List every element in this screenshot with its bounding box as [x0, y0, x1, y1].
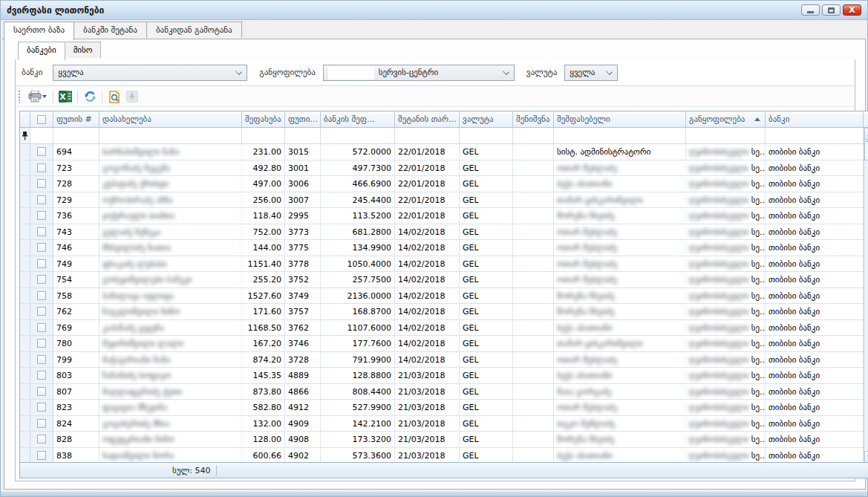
column-header-bank-valuation[interactable]: ბანკის შეფ...: [321, 111, 395, 127]
table-row[interactable]: 694 ბარნაბიშვილი ნანა 231.00 3015 572.00…: [20, 144, 868, 160]
filter-cell[interactable]: [321, 128, 395, 143]
table-row[interactable]: 769 კაპანაძე ჟუჟუნა 1168.50 3762 1107.60…: [20, 320, 868, 337]
cell-name: ბაჩილავა ივლიტა: [99, 288, 242, 304]
currency-filter-combo[interactable]: ყველა: [564, 65, 618, 81]
column-header-department[interactable]: განყოფილება: [686, 111, 766, 127]
filter-cell[interactable]: [99, 128, 242, 143]
table-row[interactable]: 803 ჩაჩანიძე სოფიკო 145.35 4889 128.8800…: [20, 368, 868, 384]
column-header-date[interactable]: შეტანის თარ...: [395, 111, 460, 127]
toolbar-grip[interactable]: [18, 90, 22, 103]
table-row[interactable]: 758 ბაჩილავა ივლიტა 1527.60 3749 2136.00…: [20, 288, 868, 305]
row-checkbox[interactable]: [30, 160, 53, 176]
table-row[interactable]: 799 მაჭავარიანი ნანა 874.20 3728 791.990…: [20, 352, 868, 368]
filter-cell[interactable]: [686, 128, 766, 143]
filter-cell[interactable]: [285, 128, 321, 143]
column-header-valuation[interactable]: შეფასება: [242, 111, 285, 127]
subtab-banks[interactable]: ბანკები: [18, 42, 65, 60]
row-checkbox[interactable]: [30, 352, 53, 368]
header-label: დასახელება: [102, 114, 151, 127]
select-all-checkbox[interactable]: [30, 111, 53, 127]
download-button[interactable]: [123, 88, 141, 105]
row-checkbox[interactable]: [30, 144, 53, 160]
column-header-currency[interactable]: ვალუტა: [460, 111, 513, 127]
minimize-button[interactable]: [801, 4, 820, 16]
table-row[interactable]: 807 მაღლაფერიძე ქეთი 873.80 4866 808.440…: [20, 384, 868, 400]
close-button[interactable]: X: [843, 4, 861, 16]
row-checkbox[interactable]: [30, 320, 53, 336]
print-dropdown-caret: [42, 95, 47, 98]
column-header-name[interactable]: დასახელება: [99, 111, 242, 127]
vertical-scrollbar[interactable]: [864, 128, 868, 464]
header-label: შეფასება: [245, 114, 281, 127]
filter-cell[interactable]: [53, 128, 99, 143]
department-suffix: სე…: [748, 259, 766, 269]
column-header-note[interactable]: შენიშვნა: [513, 111, 554, 127]
print-button[interactable]: [25, 88, 50, 105]
cell-name: კუპატაძე ქრისტი: [99, 176, 242, 192]
table-row[interactable]: 743 გელაძე ნუნუკა 752.00 3773 681.2800 1…: [20, 224, 868, 241]
row-checkbox[interactable]: [30, 384, 53, 400]
filter-cell[interactable]: [513, 128, 554, 143]
table-row[interactable]: 780 მუჯირიშვილი ლალი 167.20 3746 177.760…: [20, 336, 868, 352]
table-row[interactable]: 749 ფხაკაძე ლუბასი 1151.40 3778 1050.400…: [20, 256, 868, 273]
table-row[interactable]: 728 კუპატაძე ქრისტი 497.00 3006 466.6900…: [20, 176, 868, 192]
tab-common-base[interactable]: საერთო ბაზა: [4, 22, 74, 40]
row-checkbox[interactable]: [30, 416, 53, 432]
column-header-futi2[interactable]: ფუთი...: [285, 111, 321, 127]
row-checkbox[interactable]: [30, 304, 53, 319]
table-row[interactable]: 729 ოქროპირაძე ანნა 256.00 3007 245.4400…: [20, 192, 868, 209]
tab-bank-deposit[interactable]: ბანკში შეტანა: [74, 22, 147, 38]
scroll-up-button[interactable]: [864, 128, 868, 140]
cell-futi-no: 694: [53, 144, 99, 160]
department-text: ღვინობისეული: [689, 211, 748, 221]
row-checkbox[interactable]: [30, 208, 53, 224]
refresh-button[interactable]: [81, 88, 99, 105]
row-checkbox[interactable]: [30, 432, 53, 447]
row-indicator: [20, 160, 30, 176]
row-checkbox[interactable]: [30, 336, 53, 351]
subtab-miso[interactable]: მისო: [65, 42, 102, 58]
column-header-bank[interactable]: ბანკი: [766, 111, 864, 127]
checkbox-icon: [37, 323, 46, 332]
filter-cell[interactable]: [554, 128, 686, 143]
row-checkbox[interactable]: [30, 176, 53, 192]
filter-cell[interactable]: [395, 128, 460, 143]
cell-note: [513, 320, 554, 336]
table-row[interactable]: 828 ოფუტკრიანი ნინო 128.00 4908 173.3200…: [20, 432, 868, 448]
tab-bank-withdraw[interactable]: ბანკიდან გამოტანა: [146, 22, 242, 38]
table-row[interactable]: 736 ჯიქურაული თამთა 118.40 2995 113.5200…: [20, 208, 868, 224]
column-header-appraiser[interactable]: შემფასებელი: [554, 111, 686, 127]
table-row[interactable]: 762 ჩაგელიშვილი ნინო 171.60 3757 168.870…: [20, 304, 868, 320]
row-checkbox[interactable]: [30, 272, 53, 288]
table-row[interactable]: 824 გოგიბერიძე მზია 132.00 4909 142.2100…: [20, 416, 868, 432]
cell-bank-valuation: 681.2800: [321, 224, 395, 240]
filter-cell[interactable]: [460, 128, 513, 143]
row-checkbox[interactable]: [30, 448, 53, 464]
row-checkbox[interactable]: [30, 224, 53, 240]
table-row[interactable]: 746 მსხვილიძე ნათია 144.00 3775 134.9900…: [20, 240, 868, 256]
row-checkbox[interactable]: [30, 240, 53, 256]
table-row[interactable]: 754 გობეჯიშვილები ბაჩუკი 255.20 3752 257…: [20, 272, 868, 288]
bank-filter-combo[interactable]: ყველა: [53, 65, 247, 81]
preview-search-button[interactable]: [105, 88, 123, 105]
table-row[interactable]: 723 გოგოჩაძე ნუგეშა 492.80 3001 497.7300…: [20, 160, 868, 177]
scrollbar-thumb[interactable]: [864, 141, 868, 160]
filter-cell[interactable]: [766, 128, 864, 143]
department-filter-combo[interactable]: სერვის-ცენტრი: [323, 65, 515, 81]
row-checkbox[interactable]: [30, 400, 53, 415]
row-checkbox[interactable]: [30, 256, 53, 272]
cell-futi-no: 769: [53, 320, 99, 336]
filter-cell[interactable]: [242, 128, 285, 143]
filter-row-indicator[interactable]: [20, 128, 30, 143]
table-row[interactable]: 823 ფაცაცია მზევინა 582.80 4912 527.9900…: [20, 400, 868, 416]
table-row[interactable]: 838 ხატიაშვილი ნორა 600.66 4902 573.3600…: [20, 448, 868, 464]
maximize-button[interactable]: [822, 4, 841, 16]
row-checkbox[interactable]: [30, 192, 53, 208]
row-checkbox[interactable]: [30, 368, 53, 383]
cell-note: [513, 304, 554, 319]
filter-cell[interactable]: [30, 128, 53, 143]
column-header-futi-no[interactable]: ფუთის #: [53, 111, 99, 127]
excel-export-button[interactable]: X: [56, 88, 74, 105]
header-label: შეტანის თარ...: [398, 114, 456, 127]
row-checkbox[interactable]: [30, 288, 53, 304]
